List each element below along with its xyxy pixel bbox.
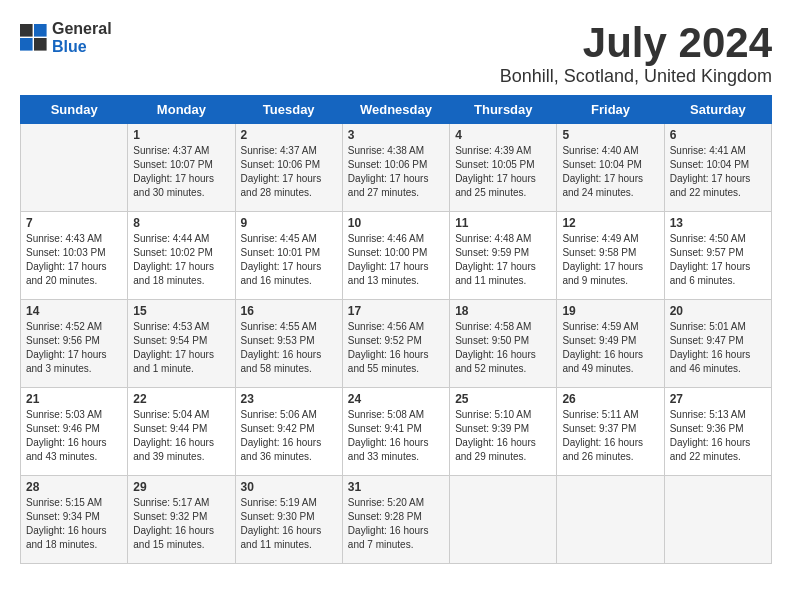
sunset-text: Sunset: 9:52 PM	[348, 335, 422, 346]
calendar-cell: 25 Sunrise: 5:10 AM Sunset: 9:39 PM Dayl…	[450, 388, 557, 476]
sunset-text: Sunset: 9:46 PM	[26, 423, 100, 434]
daylight-text: Daylight: 17 hours and 9 minutes.	[562, 261, 643, 286]
day-number: 12	[562, 216, 658, 230]
sunset-text: Sunset: 10:02 PM	[133, 247, 213, 258]
sunrise-text: Sunrise: 4:49 AM	[562, 233, 638, 244]
cell-content: Sunrise: 4:41 AM Sunset: 10:04 PM Daylig…	[670, 144, 766, 200]
sunrise-text: Sunrise: 4:59 AM	[562, 321, 638, 332]
day-number: 14	[26, 304, 122, 318]
sunrise-text: Sunrise: 4:41 AM	[670, 145, 746, 156]
cell-content: Sunrise: 4:48 AM Sunset: 9:59 PM Dayligh…	[455, 232, 551, 288]
sunrise-text: Sunrise: 5:19 AM	[241, 497, 317, 508]
daylight-text: Daylight: 17 hours and 13 minutes.	[348, 261, 429, 286]
svg-rect-0	[20, 24, 33, 37]
calendar-cell	[450, 476, 557, 564]
cell-content: Sunrise: 5:11 AM Sunset: 9:37 PM Dayligh…	[562, 408, 658, 464]
cell-content: Sunrise: 4:59 AM Sunset: 9:49 PM Dayligh…	[562, 320, 658, 376]
calendar-week-1: 1 Sunrise: 4:37 AM Sunset: 10:07 PM Dayl…	[21, 124, 772, 212]
calendar-cell: 28 Sunrise: 5:15 AM Sunset: 9:34 PM Dayl…	[21, 476, 128, 564]
sunset-text: Sunset: 10:04 PM	[670, 159, 750, 170]
calendar-cell	[664, 476, 771, 564]
daylight-text: Daylight: 16 hours and 26 minutes.	[562, 437, 643, 462]
sunset-text: Sunset: 9:30 PM	[241, 511, 315, 522]
daylight-text: Daylight: 16 hours and 43 minutes.	[26, 437, 107, 462]
calendar-cell: 9 Sunrise: 4:45 AM Sunset: 10:01 PM Dayl…	[235, 212, 342, 300]
cell-content: Sunrise: 5:04 AM Sunset: 9:44 PM Dayligh…	[133, 408, 229, 464]
sunrise-text: Sunrise: 4:40 AM	[562, 145, 638, 156]
calendar-table: SundayMondayTuesdayWednesdayThursdayFrid…	[20, 95, 772, 564]
day-number: 9	[241, 216, 337, 230]
calendar-week-5: 28 Sunrise: 5:15 AM Sunset: 9:34 PM Dayl…	[21, 476, 772, 564]
cell-content: Sunrise: 4:38 AM Sunset: 10:06 PM Daylig…	[348, 144, 444, 200]
sunset-text: Sunset: 10:01 PM	[241, 247, 321, 258]
sunset-text: Sunset: 10:03 PM	[26, 247, 106, 258]
daylight-text: Daylight: 16 hours and 7 minutes.	[348, 525, 429, 550]
cell-content: Sunrise: 4:37 AM Sunset: 10:07 PM Daylig…	[133, 144, 229, 200]
daylight-text: Daylight: 16 hours and 11 minutes.	[241, 525, 322, 550]
daylight-text: Daylight: 17 hours and 27 minutes.	[348, 173, 429, 198]
calendar-cell: 26 Sunrise: 5:11 AM Sunset: 9:37 PM Dayl…	[557, 388, 664, 476]
daylight-text: Daylight: 16 hours and 15 minutes.	[133, 525, 214, 550]
cell-content: Sunrise: 5:15 AM Sunset: 9:34 PM Dayligh…	[26, 496, 122, 552]
calendar-cell: 16 Sunrise: 4:55 AM Sunset: 9:53 PM Dayl…	[235, 300, 342, 388]
cell-content: Sunrise: 4:39 AM Sunset: 10:05 PM Daylig…	[455, 144, 551, 200]
calendar-cell: 8 Sunrise: 4:44 AM Sunset: 10:02 PM Dayl…	[128, 212, 235, 300]
cell-content: Sunrise: 4:43 AM Sunset: 10:03 PM Daylig…	[26, 232, 122, 288]
calendar-week-3: 14 Sunrise: 4:52 AM Sunset: 9:56 PM Dayl…	[21, 300, 772, 388]
daylight-text: Daylight: 16 hours and 58 minutes.	[241, 349, 322, 374]
sunset-text: Sunset: 9:47 PM	[670, 335, 744, 346]
sunrise-text: Sunrise: 4:46 AM	[348, 233, 424, 244]
day-number: 8	[133, 216, 229, 230]
day-number: 27	[670, 392, 766, 406]
day-number: 22	[133, 392, 229, 406]
cell-content: Sunrise: 5:03 AM Sunset: 9:46 PM Dayligh…	[26, 408, 122, 464]
sunrise-text: Sunrise: 4:55 AM	[241, 321, 317, 332]
cell-content: Sunrise: 4:44 AM Sunset: 10:02 PM Daylig…	[133, 232, 229, 288]
sunset-text: Sunset: 9:54 PM	[133, 335, 207, 346]
day-number: 1	[133, 128, 229, 142]
calendar-cell: 17 Sunrise: 4:56 AM Sunset: 9:52 PM Dayl…	[342, 300, 449, 388]
day-number: 11	[455, 216, 551, 230]
sunrise-text: Sunrise: 5:20 AM	[348, 497, 424, 508]
svg-rect-3	[34, 38, 47, 51]
cell-content: Sunrise: 4:40 AM Sunset: 10:04 PM Daylig…	[562, 144, 658, 200]
daylight-text: Daylight: 17 hours and 3 minutes.	[26, 349, 107, 374]
cell-content: Sunrise: 5:08 AM Sunset: 9:41 PM Dayligh…	[348, 408, 444, 464]
sunrise-text: Sunrise: 4:37 AM	[241, 145, 317, 156]
daylight-text: Daylight: 16 hours and 18 minutes.	[26, 525, 107, 550]
sunset-text: Sunset: 10:04 PM	[562, 159, 642, 170]
sunset-text: Sunset: 9:42 PM	[241, 423, 315, 434]
sunset-text: Sunset: 10:00 PM	[348, 247, 428, 258]
logo-icon	[20, 24, 48, 52]
calendar-cell: 21 Sunrise: 5:03 AM Sunset: 9:46 PM Dayl…	[21, 388, 128, 476]
day-number: 28	[26, 480, 122, 494]
sunrise-text: Sunrise: 5:08 AM	[348, 409, 424, 420]
sunrise-text: Sunrise: 5:01 AM	[670, 321, 746, 332]
sunrise-text: Sunrise: 5:15 AM	[26, 497, 102, 508]
calendar-week-4: 21 Sunrise: 5:03 AM Sunset: 9:46 PM Dayl…	[21, 388, 772, 476]
sunset-text: Sunset: 10:06 PM	[348, 159, 428, 170]
cell-content: Sunrise: 5:17 AM Sunset: 9:32 PM Dayligh…	[133, 496, 229, 552]
day-number: 13	[670, 216, 766, 230]
weekday-header-tuesday: Tuesday	[235, 96, 342, 124]
sunset-text: Sunset: 9:57 PM	[670, 247, 744, 258]
calendar-cell: 15 Sunrise: 4:53 AM Sunset: 9:54 PM Dayl…	[128, 300, 235, 388]
day-number: 18	[455, 304, 551, 318]
sunrise-text: Sunrise: 4:52 AM	[26, 321, 102, 332]
sunrise-text: Sunrise: 4:43 AM	[26, 233, 102, 244]
sunset-text: Sunset: 9:34 PM	[26, 511, 100, 522]
calendar-cell: 4 Sunrise: 4:39 AM Sunset: 10:05 PM Dayl…	[450, 124, 557, 212]
logo-blue-text: Blue	[52, 38, 87, 55]
title-block: July 2024 Bonhill, Scotland, United King…	[500, 20, 772, 87]
calendar-cell: 19 Sunrise: 4:59 AM Sunset: 9:49 PM Dayl…	[557, 300, 664, 388]
calendar-cell: 6 Sunrise: 4:41 AM Sunset: 10:04 PM Dayl…	[664, 124, 771, 212]
calendar-cell: 24 Sunrise: 5:08 AM Sunset: 9:41 PM Dayl…	[342, 388, 449, 476]
day-number: 10	[348, 216, 444, 230]
calendar-cell: 3 Sunrise: 4:38 AM Sunset: 10:06 PM Dayl…	[342, 124, 449, 212]
day-number: 24	[348, 392, 444, 406]
calendar-cell: 13 Sunrise: 4:50 AM Sunset: 9:57 PM Dayl…	[664, 212, 771, 300]
calendar-cell: 23 Sunrise: 5:06 AM Sunset: 9:42 PM Dayl…	[235, 388, 342, 476]
day-number: 2	[241, 128, 337, 142]
daylight-text: Daylight: 17 hours and 24 minutes.	[562, 173, 643, 198]
cell-content: Sunrise: 4:46 AM Sunset: 10:00 PM Daylig…	[348, 232, 444, 288]
